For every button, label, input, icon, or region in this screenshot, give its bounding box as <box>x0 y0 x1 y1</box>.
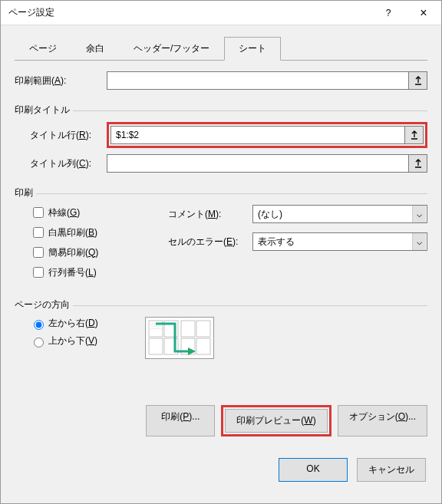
svg-rect-7 <box>196 338 210 354</box>
draft-checkbox[interactable] <box>33 247 44 258</box>
comments-label: コメント(M): <box>168 208 252 221</box>
chevron-down-icon: ⌵ <box>412 233 426 250</box>
bw-label: 白黒印刷(B) <box>48 226 97 239</box>
title-rows-ref-button[interactable] <box>405 126 424 144</box>
page-order-icon <box>145 317 214 359</box>
title-cols-label: タイトル列(C): <box>30 157 107 170</box>
print-area-label: 印刷範囲(A): <box>15 74 107 87</box>
print-titles-group: 印刷タイトル <box>15 97 427 111</box>
dialog-title: ページ設定 <box>8 6 371 19</box>
draft-label: 簡易印刷(Q) <box>48 246 98 259</box>
bw-checkbox[interactable] <box>33 227 44 238</box>
comments-select[interactable]: (なし)⌵ <box>252 205 427 223</box>
print-area-ref-button[interactable] <box>409 71 427 90</box>
tab-sheet[interactable]: シート <box>224 37 281 61</box>
svg-rect-4 <box>149 338 163 354</box>
gridlines-checkbox[interactable] <box>33 207 44 218</box>
tab-page[interactable]: ページ <box>15 37 71 61</box>
title-cols-ref-button[interactable] <box>409 154 427 173</box>
options-button[interactable]: オプション(O)... <box>338 405 427 436</box>
print-preview-button[interactable]: 印刷プレビュー(W) <box>225 409 327 433</box>
chevron-down-icon: ⌵ <box>412 206 426 222</box>
tab-headerfooter[interactable]: ヘッダー/フッター <box>119 37 224 61</box>
title-rows-label: タイトル行(R): <box>30 129 107 142</box>
rowcol-checkbox[interactable] <box>33 267 44 278</box>
title-rows-input[interactable] <box>110 126 405 144</box>
tab-margins[interactable]: 余白 <box>71 37 119 61</box>
title-cols-input[interactable] <box>107 154 409 173</box>
tabs: ページ 余白 ヘッダー/フッター シート <box>15 36 427 61</box>
close-button[interactable]: × <box>406 1 441 25</box>
order-lr-label: 左から右(D) <box>48 317 98 330</box>
ok-button[interactable]: OK <box>279 458 348 482</box>
print-area-input[interactable] <box>107 71 409 90</box>
order-tb-label: 上から下(V) <box>48 334 97 348</box>
svg-rect-3 <box>196 321 210 337</box>
rowcol-label: 行列番号(L) <box>48 266 97 279</box>
page-order-group: ページの方向 <box>15 292 427 306</box>
order-tb-radio[interactable] <box>34 338 44 348</box>
svg-rect-2 <box>181 321 195 337</box>
preview-highlight: 印刷プレビュー(W) <box>221 405 331 436</box>
cancel-button[interactable]: キャンセル <box>357 458 426 482</box>
errors-label: セルのエラー(E): <box>168 236 252 249</box>
gridlines-label: 枠線(G) <box>48 206 80 219</box>
order-lr-radio[interactable] <box>34 320 44 330</box>
titlebar: ページ設定 ? × <box>1 1 441 25</box>
page-setup-dialog: ページ設定 ? × ページ 余白 ヘッダー/フッター シート 印刷範囲(A): … <box>0 0 442 504</box>
print-button[interactable]: 印刷(P)... <box>146 405 215 436</box>
help-button[interactable]: ? <box>371 1 406 25</box>
errors-select[interactable]: 表示する⌵ <box>252 232 427 251</box>
title-rows-highlight <box>107 122 427 148</box>
print-group: 印刷 <box>15 180 427 194</box>
